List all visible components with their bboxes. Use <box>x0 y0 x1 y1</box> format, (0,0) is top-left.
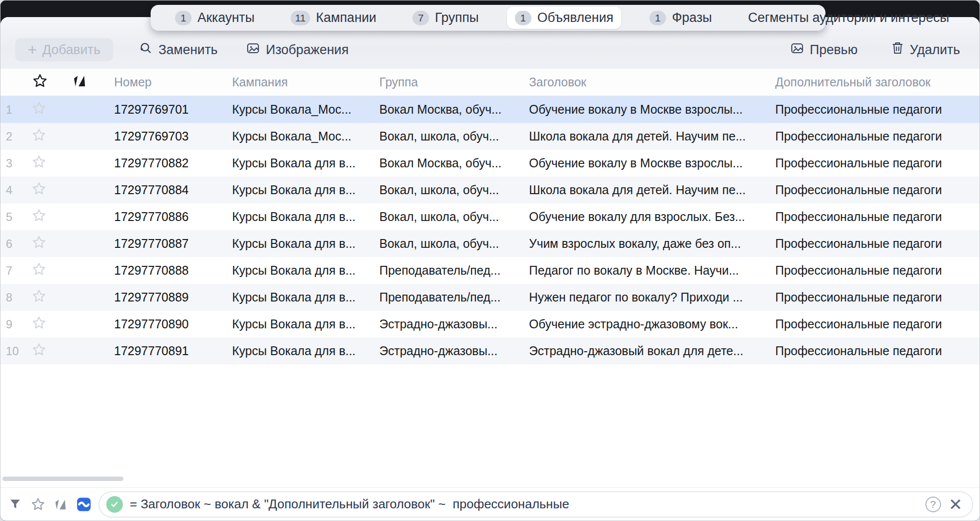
tab-audience-segments[interactable]: Сегменты аудитории и интересы <box>740 7 957 29</box>
star-icon <box>32 342 46 360</box>
cell-campaign: Курсы Вокала для в... <box>231 156 378 170</box>
cell-number: 17297770886 <box>113 210 231 224</box>
help-icon[interactable]: ? <box>925 497 941 512</box>
row-favorite-toggle[interactable] <box>24 128 54 145</box>
row-favorite-toggle[interactable] <box>24 342 54 360</box>
filter-valid-icon <box>106 496 123 513</box>
preview-button-label: Превью <box>810 42 858 58</box>
cell-extra-title: Профессиональные педагоги <box>774 237 980 251</box>
cell-title: Педагог по вокалу в Москве. Научи... <box>528 263 774 278</box>
images-button[interactable]: Изображения <box>243 38 352 61</box>
row-favorite-toggle[interactable] <box>24 289 54 306</box>
filter-bar: = Заголовок ~ вокал & "Дополнительный за… <box>0 487 980 521</box>
star-icon <box>32 262 46 280</box>
tab-accounts[interactable]: 1 Аккаунты <box>167 7 262 29</box>
row-index: 6 <box>0 237 24 251</box>
app-window: 1 Аккаунты 11 Кампании 7 Группы 1 Объявл… <box>0 0 980 521</box>
cell-title: Обучение вокалу в Москве взрослы... <box>528 102 774 117</box>
cell-extra-title: Профессиональные педагоги <box>774 317 980 331</box>
column-header-campaign[interactable]: Кампания <box>231 75 378 89</box>
cell-group: Вокал, школа, обуч... <box>378 237 528 251</box>
status-column-header[interactable] <box>54 74 113 91</box>
filter-expression-text: = Заголовок ~ вокал & "Дополнительный за… <box>130 497 919 512</box>
cell-title: Нужен педагог по вокалу? Приходи ... <box>528 290 774 304</box>
row-favorite-toggle[interactable] <box>24 155 54 172</box>
tab-phrases[interactable]: 1 Фразы <box>642 7 720 29</box>
filter-expression-input[interactable]: = Заголовок ~ вокал & "Дополнительный за… <box>98 491 973 518</box>
cell-group: Вокал, школа, обуч... <box>378 183 528 197</box>
table-row[interactable]: 4 17297770884 Курсы Вокала для в... Вока… <box>0 177 980 203</box>
cell-campaign: Курсы Вокала для в... <box>231 210 378 224</box>
star-icon <box>32 155 46 172</box>
row-favorite-toggle[interactable] <box>24 101 54 119</box>
row-favorite-toggle[interactable] <box>24 181 54 199</box>
cell-number: 17297770889 <box>113 290 231 304</box>
row-favorite-toggle[interactable] <box>24 235 54 253</box>
table-row[interactable]: 6 17297770887 Курсы Вокала для в... Вока… <box>0 230 980 257</box>
column-header-title[interactable]: Заголовок <box>528 75 774 89</box>
cell-number: 17297769701 <box>113 102 231 117</box>
image-icon <box>790 41 804 59</box>
row-index: 10 <box>0 344 24 358</box>
table-row[interactable]: 2 17297769703 Курсы Вокала_Мос... Вокал,… <box>0 123 980 150</box>
row-favorite-toggle[interactable] <box>24 208 54 226</box>
cell-group: Вокал Москва, обуч... <box>378 156 528 170</box>
row-index: 1 <box>0 103 24 117</box>
cell-title: Учим взрослых вокалу, даже без оп... <box>528 237 774 251</box>
plus-icon: + <box>28 42 37 58</box>
favorite-column-header[interactable] <box>24 73 54 92</box>
cell-number: 17297770891 <box>113 344 231 358</box>
status-wave-filter-icon[interactable] <box>53 496 69 513</box>
row-favorite-toggle[interactable] <box>24 262 54 280</box>
close-icon[interactable]: ✕ <box>948 496 964 513</box>
tab-campaigns[interactable]: 11 Кампании <box>283 7 384 29</box>
cell-campaign: Курсы Вокала для в... <box>231 263 378 278</box>
cell-number: 17297769703 <box>113 129 231 143</box>
table-row[interactable]: 1 17297769701 Курсы Вокала_Мос... Вокал … <box>0 96 980 123</box>
status-wave-icon <box>73 74 87 91</box>
delete-button[interactable]: Удалить <box>888 38 963 61</box>
cell-extra-title: Профессиональные педагоги <box>774 156 980 170</box>
count-badge: 7 <box>412 11 429 25</box>
row-index: 3 <box>0 157 24 170</box>
tab-label: Группы <box>435 10 479 25</box>
tab-groups[interactable]: 7 Группы <box>405 7 487 29</box>
image-icon <box>246 41 260 59</box>
entity-tab-bar: 1 Аккаунты 11 Кампании 7 Группы 1 Объявл… <box>151 5 825 31</box>
cell-group: Преподаватель/пед... <box>378 263 528 278</box>
column-header-group[interactable]: Группа <box>378 75 528 89</box>
table-row[interactable]: 7 17297770888 Курсы Вокала для в... Преп… <box>0 257 980 284</box>
cell-number: 17297770888 <box>113 263 231 278</box>
row-index: 7 <box>0 264 24 278</box>
cell-title: Эстрадно-джазовый вокал для дете... <box>528 344 774 358</box>
cell-extra-title: Профессиональные педагоги <box>774 290 980 304</box>
column-header-number[interactable]: Номер <box>113 75 231 89</box>
row-index: 4 <box>0 183 24 197</box>
cell-extra-title: Профессиональные педагоги <box>774 263 980 278</box>
tab-ads[interactable]: 1 Объявления <box>507 7 621 29</box>
cell-group: Вокал, школа, обуч... <box>378 210 528 224</box>
count-badge: 1 <box>515 11 531 25</box>
table-header: Номер Кампания Группа Заголовок Дополнит… <box>0 69 980 96</box>
cell-title: Обучение вокалу в Москве взрослы... <box>528 156 774 170</box>
preview-button[interactable]: Превью <box>787 38 861 61</box>
cell-campaign: Курсы Вокала_Мос... <box>231 102 378 117</box>
table-row[interactable]: 10 17297770891 Курсы Вокала для в... Эст… <box>0 338 980 364</box>
cell-campaign: Курсы Вокала для в... <box>231 344 378 358</box>
table-row[interactable]: 9 17297770890 Курсы Вокала для в... Эстр… <box>0 311 980 338</box>
table-row[interactable]: 3 17297770882 Курсы Вокала для в... Вока… <box>0 150 980 177</box>
funnel-filter-icon[interactable] <box>7 496 23 513</box>
table-row[interactable]: 8 17297770889 Курсы Вокала для в... Преп… <box>0 284 980 311</box>
row-favorite-toggle[interactable] <box>24 316 54 333</box>
replace-button[interactable]: Заменить <box>136 38 220 61</box>
segments-icon[interactable] <box>76 496 92 513</box>
cell-campaign: Курсы Вокала для в... <box>231 183 378 197</box>
table-row[interactable]: 5 17297770886 Курсы Вокала для в... Вока… <box>0 203 980 230</box>
star-icon <box>32 235 46 253</box>
cell-title: Школа вокала для детей. Научим пе... <box>528 129 774 143</box>
count-badge: 11 <box>291 11 310 25</box>
horizontal-scrollbar-thumb[interactable] <box>2 477 123 481</box>
star-filter-icon[interactable] <box>30 496 46 513</box>
column-header-extra-title[interactable]: Дополнительный заголовок <box>774 75 980 89</box>
cell-campaign: Курсы Вокала для в... <box>231 237 378 251</box>
